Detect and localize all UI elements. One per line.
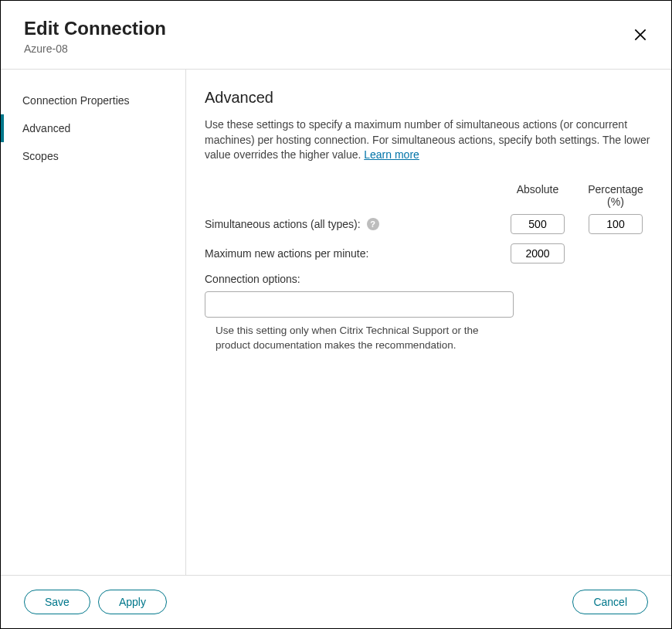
max-new-absolute-input[interactable] [511, 243, 565, 264]
section-description: Use these settings to specify a maximum … [205, 117, 653, 163]
row-simultaneous-actions: Simultaneous actions (all types): ? [205, 214, 653, 234]
sidebar: Connection Properties Advanced Scopes [1, 70, 186, 575]
close-button[interactable] [631, 26, 650, 44]
sidebar-item-label: Scopes [22, 150, 59, 162]
help-icon[interactable]: ? [367, 218, 379, 230]
simultaneous-absolute-input[interactable] [511, 214, 565, 234]
sidebar-item-advanced[interactable]: Advanced [1, 114, 185, 142]
label-connection-options: Connection options: [205, 273, 653, 285]
sidebar-item-label: Connection Properties [22, 94, 130, 107]
cancel-button[interactable]: Cancel [572, 590, 648, 614]
simultaneous-percentage-input[interactable] [589, 214, 643, 234]
connection-options-input[interactable] [205, 291, 514, 318]
row-max-new-actions: Maximum new actions per minute: [205, 243, 653, 264]
label-max-new-actions: Maximum new actions per minute: [205, 247, 503, 260]
column-percentage: Percentage (%) [579, 183, 653, 208]
apply-button[interactable]: Apply [98, 590, 167, 614]
content-panel: Advanced Use these settings to specify a… [186, 70, 671, 575]
section-title: Advanced [205, 89, 653, 107]
column-absolute: Absolute [503, 183, 572, 208]
close-icon [633, 27, 648, 42]
save-button[interactable]: Save [24, 590, 90, 614]
label-simultaneous-actions: Simultaneous actions (all types): ? [205, 218, 503, 230]
dialog-body: Connection Properties Advanced Scopes Ad… [1, 70, 671, 575]
dialog-title: Edit Connection [24, 18, 648, 39]
connection-options-hint: Use this setting only when Citrix Techni… [205, 324, 514, 353]
column-headers: Absolute Percentage (%) [205, 183, 653, 208]
sidebar-item-label: Advanced [22, 122, 70, 134]
sidebar-item-scopes[interactable]: Scopes [1, 142, 185, 170]
settings-table: Absolute Percentage (%) Simultaneous act… [205, 183, 653, 353]
dialog-header: Edit Connection Azure-08 [1, 1, 671, 69]
dialog-subtitle: Azure-08 [24, 42, 648, 55]
learn-more-link[interactable]: Learn more [364, 148, 419, 161]
sidebar-item-connection-properties[interactable]: Connection Properties [1, 87, 185, 114]
dialog-footer: Save Apply Cancel [1, 575, 671, 628]
